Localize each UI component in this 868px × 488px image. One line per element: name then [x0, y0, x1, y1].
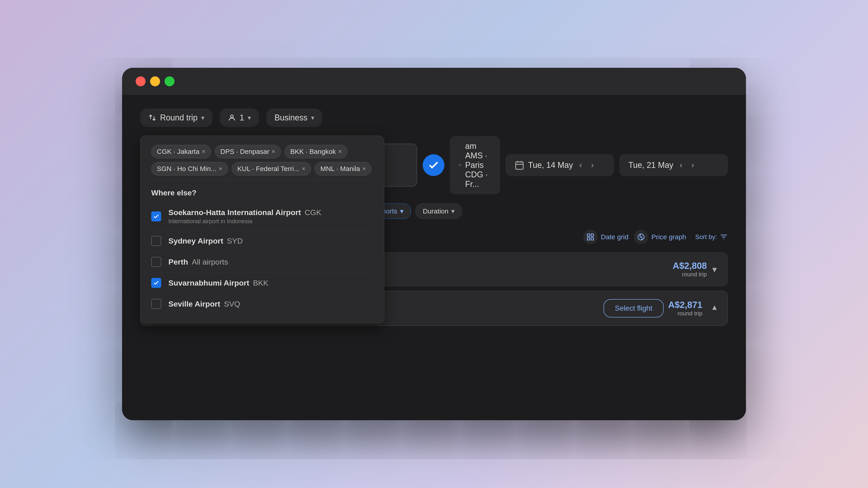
dropdown-tag-dps[interactable]: DPS · Denpasar × [215, 145, 281, 158]
expand-button-2[interactable]: ▾ [712, 303, 717, 314]
dropdown-tag-mnl[interactable]: MNL · Manila × [315, 162, 372, 175]
checkbox-cgk[interactable] [151, 212, 161, 221]
right-actions: Date grid Price graph Sort by: [583, 230, 728, 244]
app-window: Round trip ▾ 1 ▾ Business ▾ [122, 68, 746, 420]
outbound-date-section: Tue, 14 May ‹ › [505, 154, 614, 176]
view-buttons: Date grid Price graph [583, 230, 686, 244]
airport-item-cgk[interactable]: Soekarno-Hatta International Airport CGK… [151, 203, 373, 230]
class-button[interactable]: Business ▾ [266, 108, 322, 127]
passengers-button[interactable]: 1 ▾ [220, 108, 259, 127]
airport-item-svq[interactable]: Seville Airport SVQ [151, 293, 373, 314]
dropdown-tag-cgk[interactable]: CGK · Jakarta × [151, 145, 211, 158]
destination-icon [459, 160, 462, 170]
destination-date-section: am AMS · Paris CDG · Fr... [450, 136, 500, 194]
sort-button[interactable]: Sort by: [695, 233, 728, 241]
dropdown-tag-sgn[interactable]: SGN · Ho Chi Min... × [151, 162, 228, 175]
close-button[interactable] [135, 76, 146, 86]
calendar-icon [515, 160, 524, 170]
svg-rect-11 [587, 238, 590, 240]
return-prev[interactable]: ‹ [677, 160, 685, 171]
check-icon [428, 159, 439, 171]
round-trip-chevron: ▾ [201, 114, 204, 122]
where-else-label: Where else? [151, 185, 373, 203]
date-grid-button[interactable]: Date grid [583, 230, 628, 244]
price-graph-button[interactable]: Price graph [634, 230, 686, 244]
svg-rect-10 [591, 234, 594, 236]
class-chevron: ▾ [311, 114, 314, 122]
dropdown-tag-mnl-close[interactable]: × [362, 166, 366, 172]
toolbar: Round trip ▾ 1 ▾ Business ▾ [140, 108, 728, 127]
dropdown-tag-sgn-close[interactable]: × [219, 166, 222, 172]
select-flight-button[interactable]: Select flight [603, 299, 663, 318]
svg-point-0 [230, 115, 233, 118]
maximize-button[interactable] [164, 76, 175, 86]
checkbox-per[interactable] [151, 257, 161, 267]
dropdown-tag-kul[interactable]: KUL · Federal Terri... × [232, 162, 311, 175]
date-grid-icon [583, 230, 598, 244]
price-section-1: A$2,808 round trip ▾ [673, 261, 717, 278]
destination-text: am AMS · Paris CDG · Fr... [465, 141, 491, 189]
person-icon [228, 113, 236, 122]
outbound-next[interactable]: › [588, 160, 596, 171]
svg-point-3 [459, 164, 461, 166]
dropdown-tag-bkk-close[interactable]: × [338, 149, 342, 155]
airport-item-syd[interactable]: Sydney Airport SYD [151, 230, 373, 251]
connecting-airports-dropdown: CGK · Jakarta × DPS · Denpasar × BKK · B… [140, 135, 384, 324]
checkbox-svq[interactable] [151, 299, 161, 309]
class-label: Business [274, 113, 307, 123]
checkbox-syd[interactable] [151, 236, 161, 246]
return-date-section: Tue, 21 May ‹ › [619, 154, 728, 176]
return-date[interactable]: Tue, 21 May [628, 160, 673, 170]
titlebar [122, 68, 746, 95]
price-section-2: Select flight A$2,871 round trip ▾ [594, 299, 717, 318]
round-trip-button[interactable]: Round trip ▾ [140, 108, 213, 127]
dropdown-tag-kul-close[interactable]: × [302, 166, 305, 172]
checkbox-bkk[interactable] [151, 278, 161, 288]
dropdown-tag-bkk[interactable]: BKK · Bangkok × [285, 145, 347, 158]
svg-rect-5 [516, 162, 523, 169]
dropdown-tag-dps-close[interactable]: × [272, 149, 275, 155]
main-content: Round trip ▾ 1 ▾ Business ▾ [122, 95, 746, 420]
outbound-prev[interactable]: ‹ [577, 160, 585, 171]
confirm-button[interactable] [423, 154, 444, 176]
traffic-lights [135, 76, 175, 86]
airport-item-per[interactable]: Perth All airports [151, 251, 373, 272]
swap-icon [148, 113, 156, 122]
passengers-chevron: ▾ [248, 114, 251, 122]
svg-rect-12 [591, 238, 594, 240]
price-graph-icon [634, 230, 648, 244]
return-next[interactable]: › [689, 160, 697, 171]
svg-rect-9 [587, 234, 590, 236]
dropdown-tag-cgk-close[interactable]: × [202, 149, 205, 155]
round-trip-label: Round trip [160, 113, 197, 123]
passengers-label: 1 [240, 113, 244, 123]
filter-duration[interactable]: Duration ▾ [415, 203, 462, 219]
airport-item-bkk[interactable]: Suvarnabhumi Airport BKK [151, 272, 373, 293]
sort-icon [720, 233, 728, 241]
minimize-button[interactable] [150, 76, 160, 86]
svg-line-4 [461, 166, 461, 166]
dropdown-tags-row: CGK · Jakarta × DPS · Denpasar × BKK · B… [151, 145, 373, 180]
expand-button-1[interactable]: ▾ [712, 264, 717, 274]
outbound-date[interactable]: Tue, 14 May [528, 160, 573, 170]
